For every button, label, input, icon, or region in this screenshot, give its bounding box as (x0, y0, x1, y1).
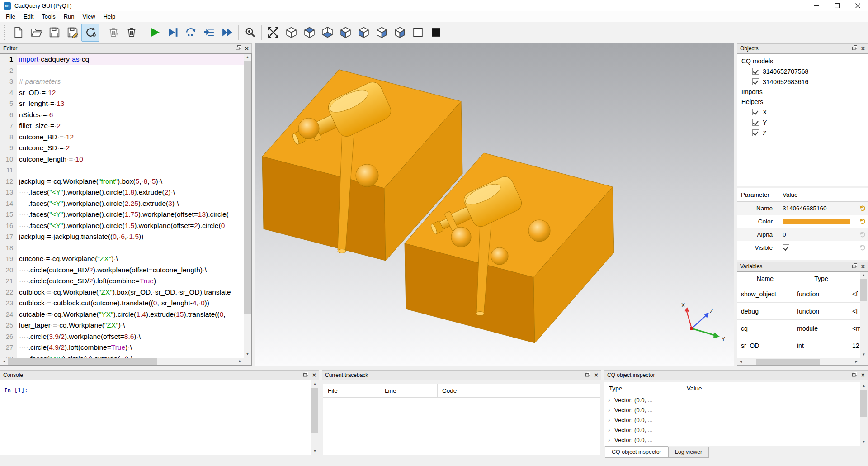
code-line[interactable]: 27····.circle(4.9/2).loft(combine=True)·… (0, 342, 244, 353)
variable-row[interactable]: sr_ODint12 (737, 337, 860, 354)
menu-run[interactable]: Run (60, 12, 79, 21)
code-line[interactable]: 6nSides·=·6 (0, 109, 244, 121)
scroll-down-arrow[interactable]: ▼ (244, 351, 251, 358)
scroll-right-arrow[interactable]: ► (236, 358, 244, 365)
code-line[interactable]: 24cutcable·=·cq.Workplane("YX").circle(1… (0, 309, 244, 320)
step-in-button[interactable] (200, 24, 218, 42)
view-back-button[interactable] (354, 24, 373, 42)
scroll-up-arrow[interactable]: ▲ (860, 272, 868, 279)
code-line[interactable]: 16····.faces("<Y").workplane().circle(1.… (0, 220, 244, 232)
expand-chevron-icon[interactable]: › (608, 416, 614, 423)
view-top-button[interactable] (300, 24, 318, 42)
checkbox[interactable] (752, 68, 759, 75)
toolbar-grip[interactable] (4, 25, 6, 40)
tab-log-viewer[interactable]: Log viewer (668, 447, 709, 458)
inspector-row[interactable]: ›Vector: (0.0, ... (604, 435, 868, 445)
scroll-down-arrow[interactable]: ▼ (860, 438, 868, 446)
delete-all-button[interactable] (123, 24, 141, 42)
code-line[interactable]: 18 (0, 243, 244, 254)
continue-button[interactable] (218, 24, 236, 42)
float-panel-icon[interactable] (303, 372, 308, 378)
scroll-left-arrow[interactable]: ◄ (0, 358, 8, 365)
inspector-row[interactable]: ›Vector: (0.0, ... (604, 415, 868, 425)
editor-hscroll-thumb[interactable] (8, 358, 157, 365)
tree-item-x[interactable]: X (737, 107, 868, 117)
inspector-row[interactable]: ›Vector: (0.0, ... (604, 405, 868, 415)
tree-item-z[interactable]: Z (737, 128, 868, 138)
variable-row[interactable]: cqmodule<m (737, 320, 860, 337)
maximize-button[interactable] (826, 0, 847, 11)
code-line[interactable]: 9cutcone_SD·=·2 (0, 143, 244, 154)
code-line[interactable]: 25luer_taper·=·cq.Workplane("ZX")·\ (0, 320, 244, 331)
menu-file[interactable]: File (2, 12, 19, 21)
scroll-down-arrow[interactable]: ▼ (860, 351, 868, 358)
code-line[interactable]: 20····.circle(cutcone_BD/2).workplane(of… (0, 265, 244, 276)
code-line[interactable]: 2 (0, 65, 244, 76)
variable-row[interactable]: debugfunction<f (737, 303, 860, 320)
new-file-button[interactable] (9, 24, 27, 42)
tree-item-3140652707568[interactable]: 3140652707568 (737, 66, 868, 76)
expand-chevron-icon[interactable]: › (608, 436, 614, 443)
code-line[interactable]: 4sr_OD·=·12 (0, 87, 244, 99)
save-as-button[interactable] (63, 24, 81, 42)
code-line[interactable]: 26····.circle(3.9/2).workplane(offset=8.… (0, 331, 244, 342)
code-line[interactable]: 12jackplug·=·cq.Workplane("front").box(5… (0, 176, 244, 187)
scroll-left-arrow[interactable]: ◄ (737, 358, 745, 365)
property-value[interactable]: 0 (777, 231, 857, 238)
float-panel-icon[interactable] (585, 372, 590, 378)
variable-row[interactable]: show_objectfunction<f (737, 285, 860, 303)
tree-item-imports[interactable]: Imports (737, 87, 868, 97)
menu-edit[interactable]: Edit (19, 12, 38, 21)
code-line[interactable]: 23cutblock·=·cutblock.cut(cutcone).trans… (0, 298, 244, 309)
variables-vscroll-thumb[interactable] (860, 279, 867, 301)
autoreload-button[interactable] (81, 24, 99, 42)
expand-chevron-icon[interactable]: › (608, 406, 614, 414)
close-button[interactable] (847, 0, 868, 11)
open-file-button[interactable] (27, 24, 45, 42)
code-line[interactable]: 10cutcone_length·=·10 (0, 154, 244, 165)
view-left-button[interactable] (373, 24, 391, 42)
close-panel-icon[interactable]: × (594, 373, 598, 377)
menu-tools[interactable]: Tools (38, 12, 59, 21)
code-line[interactable]: 11 (0, 165, 244, 176)
view-wireframe-button[interactable] (427, 24, 445, 42)
checkbox[interactable] (752, 109, 759, 115)
tree-item-y[interactable]: Y (737, 117, 868, 128)
code-area[interactable]: 1import·cadquery·as·cq23#·parameters4sr_… (0, 54, 244, 358)
float-panel-icon[interactable] (852, 45, 857, 52)
editor-vscroll-thumb[interactable] (244, 61, 251, 314)
close-panel-icon[interactable]: × (861, 264, 865, 269)
code-line[interactable]: 15····.faces("<Y").workplane().circle(1.… (0, 209, 244, 220)
code-line[interactable]: 28····.faces("<Y").circle(3).extrude(-3)… (0, 353, 244, 358)
debug-button[interactable] (164, 24, 182, 42)
code-line[interactable]: 7fillet_size·=·2 (0, 120, 244, 132)
code-line[interactable]: 19cutcone·=·cq.Workplane("ZX")·\ (0, 253, 244, 265)
code-line[interactable]: 14····.faces("<Y").workplane().circle(2.… (0, 198, 244, 209)
console-vscroll-thumb[interactable] (311, 388, 318, 433)
tab-cq-object-inspector[interactable]: CQ object inspector (605, 446, 668, 458)
scroll-down-arrow[interactable]: ▼ (311, 447, 319, 455)
scroll-right-arrow[interactable]: ► (853, 358, 860, 365)
code-line[interactable]: 8cutcone_BD·=·12 (0, 132, 244, 143)
inspector-row[interactable]: ›Vector: (0.0, ... (604, 395, 868, 405)
checkbox[interactable] (752, 78, 759, 85)
minimize-button[interactable] (806, 0, 826, 11)
fit-view-button[interactable] (264, 24, 282, 42)
tree-item-cq-models[interactable]: CQ models (737, 56, 868, 66)
checkbox[interactable] (752, 119, 759, 126)
code-line[interactable]: 17jackplug·=·jackplug.translate((0,·6,·1… (0, 231, 244, 243)
code-line[interactable]: 5sr_lenght·=·13 (0, 98, 244, 109)
scroll-up-arrow[interactable]: ▲ (311, 380, 319, 388)
code-line[interactable]: 21····.circle(cutcone_SD/2).loft(combine… (0, 276, 244, 287)
render-button[interactable] (146, 24, 164, 42)
menu-help[interactable]: Help (99, 12, 120, 21)
revert-button[interactable] (857, 218, 868, 225)
color-swatch[interactable] (783, 219, 850, 224)
view-bottom-button[interactable] (318, 24, 336, 42)
revert-button[interactable] (857, 244, 868, 251)
view-right-button[interactable] (391, 24, 409, 42)
close-panel-icon[interactable]: × (312, 373, 316, 377)
expand-chevron-icon[interactable]: › (608, 426, 614, 433)
close-panel-icon[interactable]: × (245, 46, 249, 51)
close-panel-icon[interactable]: × (861, 373, 865, 377)
